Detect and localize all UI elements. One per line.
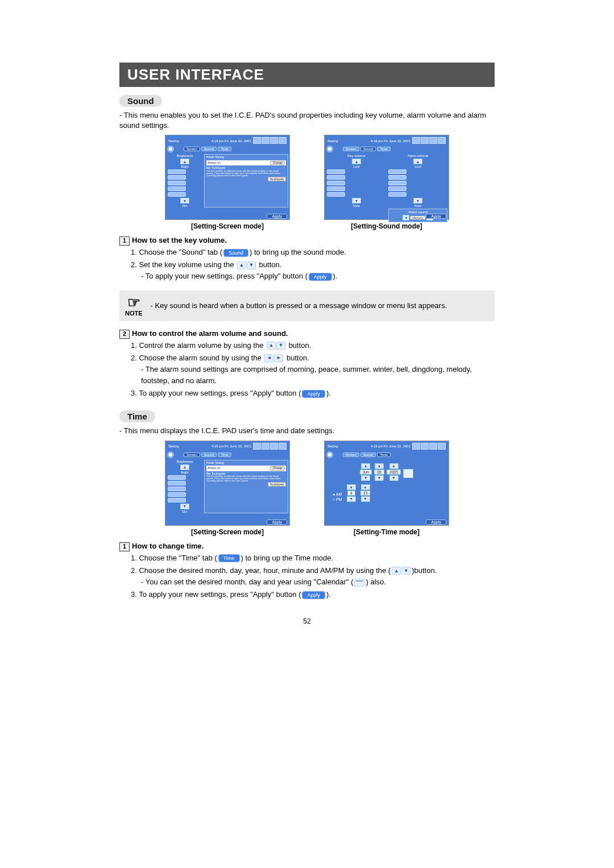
month-down[interactable]: ▼ <box>361 475 370 481</box>
year-val: 2005 <box>387 470 401 475</box>
year-down[interactable]: ▼ <box>389 475 399 481</box>
up-down-icon: ▲▼ <box>267 342 285 350</box>
brightness-down[interactable]: ▼ <box>180 198 189 203</box>
min-up[interactable]: ▲ <box>361 484 370 490</box>
tab-time[interactable]: Time <box>377 147 390 151</box>
keyvol-slider[interactable] <box>327 169 386 197</box>
gear-icon <box>167 145 175 153</box>
apply-pill: Apply <box>302 591 325 599</box>
month-up[interactable]: ▲ <box>361 463 370 469</box>
power-saving-panel: Power Saving Always on Change Set Touchp… <box>204 154 288 207</box>
day-val: 30 <box>374 470 384 475</box>
alarm-sound-value: Melody <box>410 216 425 219</box>
time-heading: Time <box>119 410 155 422</box>
tab-screen[interactable]: Screen <box>184 452 200 457</box>
tab-sound[interactable]: Sound <box>201 452 217 457</box>
time-intro: - This menu displays the I.C.E. PAD user… <box>119 426 495 436</box>
how-change-time-heading: 1How to change time. <box>119 542 495 551</box>
screenshot-setting-screen-2: Setting 4:19 pm Fri June 22, 2001 Screen… <box>165 441 290 536</box>
tab-screen[interactable]: Screen <box>343 452 359 457</box>
bright-label: Bright <box>181 165 188 168</box>
status-icons <box>252 137 287 144</box>
caption-setting-time: [Setting-Time mode] <box>354 528 420 536</box>
document-page: USER INTERFACE Sound - This menu enables… <box>85 0 529 648</box>
key-volume-label: Key volume <box>327 154 386 157</box>
power-saving-value: Always on <box>208 161 221 165</box>
how-change-time-steps: 1. Choose the "Time" tab (Time) to bring… <box>119 553 495 601</box>
tab-sound[interactable]: Sound <box>201 147 217 151</box>
caption-setting-screen: [Setting-Screen mode] <box>191 528 264 536</box>
time-screenshots-row: Setting 4:19 pm Fri June 22, 2001 Screen… <box>119 441 495 536</box>
status-icons <box>412 137 446 144</box>
device-setting-time: Setting 4:19 pm Fri June 22, 2001 Screen… <box>324 441 449 526</box>
hour-up[interactable]: ▲ <box>347 484 356 490</box>
dev-title: Setting <box>327 139 338 143</box>
hour-val: 4 <box>347 491 355 496</box>
min-down[interactable]: ▼ <box>361 496 370 502</box>
gear-icon <box>326 145 334 153</box>
screenshot-setting-sound: Setting 4:19 pm Fri June 22, 2001 Screen… <box>324 135 449 230</box>
tab-time[interactable]: Time <box>218 147 231 151</box>
min-val: 23 <box>360 491 371 496</box>
tab-screen[interactable]: Screen <box>343 147 359 151</box>
caption-setting-sound: [Setting-Sound mode] <box>351 222 422 230</box>
brightness-up[interactable]: ▲ <box>180 159 189 164</box>
tab-screen[interactable]: Screen <box>184 147 200 151</box>
up-down-icon: ▲▼ <box>392 567 410 575</box>
apply-button[interactable]: Apply <box>267 214 287 219</box>
how-control-alarm-steps: 1. Control the alarm volume by using the… <box>119 340 495 400</box>
note-label-text: NOTE <box>125 310 143 317</box>
alarm-prev[interactable]: ◄ <box>403 215 409 221</box>
keyvol-down[interactable]: ▼ <box>352 198 361 203</box>
how-control-alarm-heading: 2How to control the alarm volume and sou… <box>119 329 495 339</box>
brightness-label: Brightness <box>168 154 202 157</box>
tab-time[interactable]: Time <box>218 452 231 457</box>
pm-option: PM <box>333 497 342 501</box>
note-text: - Key sound is heard when a button is pr… <box>151 301 447 310</box>
sound-tab-pill: Sound <box>223 249 248 257</box>
month-val: Jun <box>360 470 372 475</box>
device-setting-screen: Setting 4:19 pm Fri June 22, 2001 Screen… <box>165 135 290 220</box>
alarmvol-down[interactable]: ▼ <box>413 198 422 203</box>
calendar-button[interactable] <box>403 469 413 478</box>
up-down-icon: ▲▼ <box>237 261 256 269</box>
dev-title: Setting <box>168 139 179 143</box>
ampm-radio[interactable]: AM PM <box>333 492 342 502</box>
gear-icon <box>326 451 334 459</box>
alarm-volume-label: Alarm volume <box>388 154 447 157</box>
how-set-key-volume-steps: 1. Choose the "Sound" tab (Sound) to bri… <box>119 247 495 282</box>
tab-sound[interactable]: Sound <box>360 452 376 457</box>
day-down[interactable]: ▼ <box>375 475 384 481</box>
tab-time[interactable]: Time <box>377 452 390 457</box>
touchpoint-desc: Use this function to calibrate cursor wi… <box>206 170 286 177</box>
touchpoint-button[interactable]: Touchpoint <box>268 177 286 181</box>
alarmvol-slider[interactable] <box>388 169 447 197</box>
power-saving-label: Power Saving <box>206 156 286 159</box>
apply-button[interactable]: Apply <box>426 520 446 525</box>
device-setting-screen: Setting 4:19 pm Fri June 22, 2001 Screen… <box>165 441 290 526</box>
alarmvol-up[interactable]: ▲ <box>413 159 422 164</box>
hour-down[interactable]: ▼ <box>347 496 356 502</box>
change-button[interactable]: Change <box>270 161 285 165</box>
dim-label: Dim <box>182 204 188 207</box>
keyvol-up[interactable]: ▲ <box>352 159 361 164</box>
step-number-icon: 2 <box>119 330 130 339</box>
day-up[interactable]: ▲ <box>375 463 384 469</box>
screenshot-setting-screen: Setting 4:19 pm Fri June 22, 2001 Screen… <box>165 135 290 230</box>
tabs: Screen Sound Time <box>184 147 231 151</box>
tab-sound[interactable]: Sound <box>360 147 376 151</box>
calendar-icon <box>354 579 364 587</box>
apply-button[interactable]: Apply <box>426 214 446 219</box>
year-up[interactable]: ▲ <box>389 463 399 469</box>
device-setting-sound: Setting 4:19 pm Fri June 22, 2001 Screen… <box>324 135 449 220</box>
time-tab-pill: Time <box>218 554 240 562</box>
dev-clock: 4:19 pm Fri June 22, 2001 <box>371 139 410 143</box>
brightness-slider[interactable] <box>168 169 202 197</box>
how-set-key-volume-heading: 1How to set the key volume. <box>119 236 495 246</box>
sound-screenshots-row: Setting 4:19 pm Fri June 22, 2001 Screen… <box>119 135 495 230</box>
caption-setting-screen: [Setting-Screen mode] <box>191 222 264 230</box>
apply-pill: Apply <box>302 390 325 398</box>
sound-intro: - This menu enables you to set the I.C.E… <box>119 110 495 130</box>
page-number: 52 <box>119 617 495 625</box>
section-title-bar: USER INTERFACE <box>119 63 495 87</box>
